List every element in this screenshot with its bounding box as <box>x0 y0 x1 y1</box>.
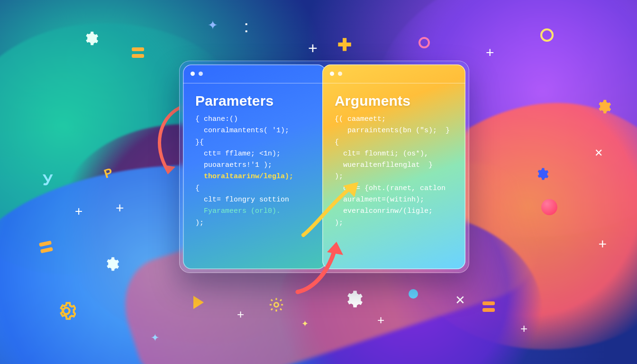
code-line: clt= {oht.(ranet, catlon <box>335 183 453 194</box>
code-line: thoraltaarinw/legla); <box>195 171 314 182</box>
code-line: {( caameett; <box>335 114 453 125</box>
dot-icon <box>409 289 418 299</box>
traffic-light-icon <box>199 72 203 76</box>
gear-icon <box>268 297 284 313</box>
arguments-window: Arguments {( caameett; parraintents(bn (… <box>322 64 465 269</box>
times-icon: ✕ <box>594 147 603 159</box>
sparkle-icon: ✦ <box>151 332 159 344</box>
plus-bold-icon: ✚ <box>337 35 352 55</box>
equals-icon <box>132 47 144 58</box>
dots-icon: ⠅ <box>244 22 253 36</box>
traffic-light-icon <box>191 72 195 76</box>
gear-icon <box>82 30 99 46</box>
window-title: Arguments <box>322 83 465 114</box>
code-line: { <box>335 137 453 148</box>
plus-icon: + <box>486 45 494 61</box>
code-line: conralmantents( '1); <box>195 125 314 136</box>
plus-icon: + <box>308 39 318 57</box>
plus-icon: + <box>520 321 528 336</box>
code-line: parraintents(bn ("s); } <box>335 125 453 136</box>
window-group: Parameters { chane:() conralmantents( '1… <box>179 61 469 273</box>
plus-icon: + <box>377 313 384 328</box>
code-line: { <box>195 183 314 194</box>
plus-icon: + <box>75 204 82 219</box>
code-line: ); <box>335 218 453 229</box>
sparkle-icon: ✦ <box>301 318 309 329</box>
code-line: everalconrinw/(ligle; <box>335 206 453 217</box>
gear-icon <box>595 99 611 115</box>
code-line: ctt= fflame; <1n); <box>195 148 314 160</box>
code-block: { chane:() conralmantents( '1); }{ ctt= … <box>183 114 326 237</box>
code-line: clt= flongry sottion <box>195 194 314 206</box>
gear-icon <box>57 301 76 320</box>
window-titlebar <box>183 64 326 83</box>
traffic-light-icon <box>330 72 334 76</box>
code-block: {( caameett; parraintents(bn ("s); } { c… <box>322 114 465 237</box>
times-icon: ✕ <box>455 293 465 308</box>
triangle-icon <box>193 296 204 309</box>
parameters-window: Parameters { chane:() conralmantents( '1… <box>183 64 326 269</box>
plus-icon: + <box>598 236 607 252</box>
code-line: ); <box>195 218 314 229</box>
code-line: }{ <box>195 137 314 148</box>
illustration-stage: ✦ ⠅ + ✚ + У + + P ✦ + ✦ + ✕ + + ✕ <box>0 0 637 364</box>
circle-outline-icon <box>419 37 430 48</box>
gear-icon <box>343 289 363 309</box>
window-titlebar <box>322 64 465 83</box>
dot-icon <box>541 199 557 215</box>
circle-outline-icon <box>540 28 554 42</box>
plus-icon: + <box>237 307 244 322</box>
gear-icon <box>103 256 119 272</box>
gear-icon <box>535 167 549 181</box>
code-line: Fyarameers (orl0). <box>195 206 314 217</box>
svg-point-0 <box>274 302 278 307</box>
code-line: auralment=(witinh); <box>335 194 453 206</box>
traffic-light-icon <box>338 72 342 76</box>
equals-icon <box>482 301 495 312</box>
code-line: puoaraetrs!'1 ); <box>195 160 314 171</box>
plus-icon: + <box>116 200 124 216</box>
window-title: Parameters <box>183 83 326 114</box>
code-line: wueraltenfllenglat } <box>335 160 453 171</box>
code-line: clt= flonmti; (os*), <box>335 148 453 160</box>
plus-icon: ✦ <box>208 18 218 33</box>
y-glyph-icon: У <box>43 171 53 189</box>
code-line: { chane:() <box>195 114 314 125</box>
code-line: ); <box>335 171 453 182</box>
